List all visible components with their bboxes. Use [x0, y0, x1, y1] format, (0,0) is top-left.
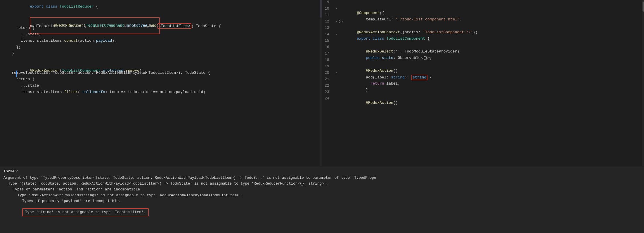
line-content: }; [12, 45, 316, 49]
right-line-16: 16 @ReduxSelect('', TodoModuleStateProvi… [322, 45, 644, 51]
decorator-highlight-box: @ReduxReducer(TodoListComponent.prototyp… [30, 17, 160, 34]
code-line-3: @ReduxReducer(TodoListComponent.prototyp… [0, 13, 322, 19]
filter-fn: filter [64, 90, 78, 94]
line-content: removeTodo(state: TodoState, action: Red… [12, 71, 316, 75]
code-line-12: removeTodo(state: TodoState, action: Red… [0, 71, 322, 77]
right-line-21: 21 return label; [322, 77, 644, 83]
code-line-10 [0, 58, 322, 64]
error-highlighted-line-container: Type 'string' is not assignable to type … [22, 206, 640, 216]
code-line-8: }; [0, 45, 322, 51]
line-content [339, 58, 638, 62]
paren-action: (action. [78, 38, 96, 43]
filter-rest: : todo => todo.uuid !== action.payload.u… [105, 90, 205, 94]
concat-fn: concat [64, 38, 78, 43]
line-number: 14 [322, 32, 334, 36]
prototype-ref: prototype [127, 23, 147, 28]
line-content: @ReduxAction() [339, 96, 638, 109]
line-content: @ReduxReducer(TodoListComponent.prototyp… [12, 13, 316, 38]
line-content: items: state.items.concat(action.payload… [12, 38, 316, 43]
right-line-9: 9 [322, 0, 644, 6]
left-blue-indicator [16, 71, 17, 77]
right-line-24: 24 @ReduxAction() [322, 96, 644, 103]
scrollbar-thumb[interactable] [320, 0, 322, 17]
payload-prop: payload [96, 38, 112, 43]
line-content [12, 6, 316, 11]
line-number: 22 [322, 83, 334, 88]
left-code-panel: export class TodoListReducer { @ReduxRed… [0, 0, 322, 166]
code-line-11: @ReduxReducer(TodoListComponent.prototyp… [0, 64, 322, 71]
line-number: 18 [322, 58, 334, 62]
items-prefix: items: state.items. [21, 38, 64, 43]
line-number: 9 [322, 0, 334, 4]
close-brace: } [12, 51, 14, 56]
line-content: }) [339, 19, 638, 24]
line-number: 24 [322, 96, 334, 101]
line-content: } [12, 51, 316, 56]
remove-todo: removeTodo(state: TodoState, action: Red… [12, 71, 210, 75]
right-code-panel: 9 10 ▾ @Component({ 11 templateUrl: './t… [322, 0, 644, 166]
error-code: TS2345: [4, 169, 640, 174]
code-line-15: items: state.items.filter( callbackfn: t… [0, 90, 322, 96]
line-content: items: state.items.filter( callbackfn: t… [12, 90, 316, 94]
paren-open: ( [84, 23, 86, 28]
callbackfn-param: callbackfn [82, 90, 105, 94]
redux-action-dec2: @ReduxAction [366, 101, 393, 105]
fold-gutter: ▾ [334, 7, 339, 10]
error-line-5: Types of property 'payload' are incompat… [4, 198, 640, 204]
error-line-3: Types of parameters 'action' and 'action… [4, 187, 640, 192]
right-scrollbar-thumb[interactable] [643, 1, 644, 12]
code-line-13: return { [0, 77, 322, 83]
close-component: }) [339, 19, 343, 24]
line-number: 13 [322, 26, 334, 30]
error-line-4: Type 'ReduxActionWithPayload<string>' is… [4, 192, 640, 198]
spread-state2: ...state, [21, 83, 41, 88]
right-line-14: 14 ▾ export class TodoListComponent { [322, 32, 644, 38]
items-filter-prefix: items: state.items. [21, 90, 64, 94]
error-line-1: Argument of type 'TypedPropertyDescripto… [4, 175, 640, 181]
close-brace-semi: }; [16, 45, 21, 49]
paren-end: ), [112, 38, 117, 43]
line-number: 23 [322, 90, 334, 94]
add-ref: add [150, 23, 156, 28]
line-number: 11 [322, 13, 334, 17]
line-content [12, 58, 316, 62]
right-line-13: 13 @ReduxActionContext({prefix: 'TodoLis… [322, 26, 644, 32]
line-content: ...state, [12, 83, 316, 88]
filter-paren: ( [78, 90, 82, 94]
error-panel: TS2345: Argument of type 'TypedPropertyD… [0, 166, 644, 233]
line-number: 20 [322, 71, 334, 75]
action-parens2: () [393, 101, 398, 105]
right-line-19: 19 @ReduxAction() [322, 64, 644, 71]
paren-close: ) [157, 23, 159, 28]
right-line-22: 22 } [322, 83, 644, 90]
right-line-20: 20 ▾ add(label: string): string { [322, 71, 644, 77]
line-number: 16 [322, 45, 334, 49]
line-number: 19 [322, 64, 334, 69]
return-open2: return { [16, 77, 34, 81]
line-number: 10 [322, 6, 334, 11]
editor-area: export class TodoListReducer { @ReduxRed… [0, 0, 644, 166]
code-line-9: } [0, 51, 322, 58]
dot2: . [147, 23, 150, 28]
line-content [339, 38, 638, 43]
code-line-7: items: state.items.concat(action.payload… [0, 38, 322, 45]
right-scrollbar-track[interactable] [642, 0, 644, 166]
code-line-1: export class TodoListReducer { [0, 0, 322, 6]
decorator-name: @ReduxReducer [54, 23, 83, 28]
line-content: return { [12, 77, 316, 81]
right-line-11: 11 templateUrl: './todo-list.component.h… [322, 13, 644, 19]
line-number: 17 [322, 51, 334, 56]
error-line-2: Type '(state: TodoState, action: ReduxAc… [4, 181, 640, 187]
dot1: . [124, 23, 127, 28]
line-content [339, 90, 638, 94]
fold-gutter: ▾ [334, 20, 339, 23]
fold-gutter: ▾ [334, 33, 339, 36]
right-line-10: 10 ▾ @Component({ [322, 6, 644, 13]
error-type-highlight: Type 'string' is not assignable to type … [22, 208, 149, 216]
line-number: 21 [322, 77, 334, 81]
indent-24 [357, 101, 366, 105]
line-number: 12 [322, 19, 334, 24]
right-line-17: 17 public state: Observable<{}>; [322, 51, 644, 58]
line-content [334, 0, 638, 4]
left-scrollbar[interactable] [320, 0, 322, 166]
